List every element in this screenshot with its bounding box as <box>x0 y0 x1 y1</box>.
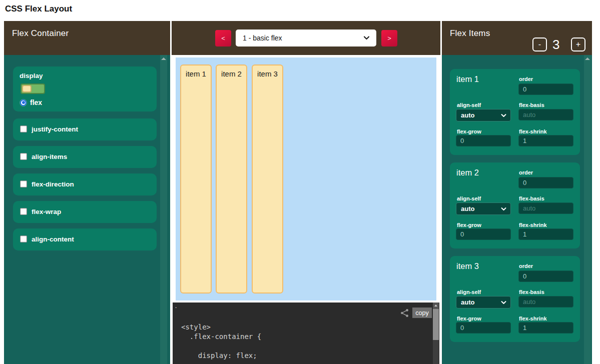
code-block: <style> .flex-container { display: flex; <box>181 322 261 360</box>
order-label: order <box>519 76 533 82</box>
demo-selector-header: < 1 - basic flex > <box>172 21 440 55</box>
demo-select-wrap: 1 - basic flex <box>236 30 376 46</box>
justify-content-label: justify-content <box>32 126 78 133</box>
display-label: display <box>20 72 43 80</box>
align-self-label: align-self <box>457 289 481 295</box>
left-panel-scrollbar[interactable] <box>160 55 167 364</box>
scroll-up-arrow-icon[interactable] <box>585 58 590 60</box>
flex-shrink-input[interactable] <box>518 322 573 334</box>
display-card: display flex <box>13 66 157 112</box>
align-self-label: align-self <box>457 102 481 108</box>
code-scrollbar[interactable] <box>433 302 439 364</box>
align-content-label: align-content <box>32 236 74 243</box>
align-self-label: align-self <box>457 196 481 202</box>
flex-basis-label: flex-basis <box>519 102 544 108</box>
flex-items-body: item 1 order align-self auto flex-basis … <box>442 55 592 364</box>
flex-container-header: Flex Container <box>4 21 170 55</box>
align-content-checkbox[interactable] <box>20 236 27 242</box>
flex-grow-label: flex-grow <box>457 128 481 134</box>
align-items-card: align-items <box>13 146 157 168</box>
align-self-select[interactable]: auto <box>456 296 511 308</box>
copy-button[interactable]: copy <box>412 308 432 318</box>
align-items-checkbox[interactable] <box>20 153 27 160</box>
toggle-knob[interactable] <box>22 85 32 92</box>
display-flex-radio-row: flex <box>20 98 42 106</box>
flex-grow-label: flex-grow <box>457 222 481 228</box>
display-toggle[interactable] <box>21 84 45 94</box>
code-scrollbar-thumb[interactable] <box>433 309 439 340</box>
item-3-card: item 3 order align-self auto flex-basis … <box>450 256 580 342</box>
flex-basis-input[interactable] <box>518 202 573 214</box>
item-count: 3 <box>552 37 559 52</box>
order-input[interactable] <box>518 177 573 188</box>
align-self-select-wrap: auto <box>456 109 511 122</box>
flex-basis-input[interactable] <box>518 109 573 120</box>
flex-radio-label: flex <box>30 98 42 106</box>
order-input[interactable] <box>518 270 573 282</box>
code-line: display: flex; <box>181 352 257 360</box>
justify-content-card: justify-content <box>13 118 157 140</box>
flex-items-title: Flex Items <box>450 28 490 38</box>
prev-demo-button[interactable]: < <box>215 30 231 46</box>
flex-shrink-label: flex-shrink <box>519 128 547 134</box>
flex-wrap-card: flex-wrap <box>13 201 157 223</box>
code-line: .flex-container { <box>181 332 261 340</box>
flex-basis-label: flex-basis <box>519 289 544 295</box>
flex-direction-card: flex-direction <box>13 174 157 196</box>
item-name: item 2 <box>456 168 479 178</box>
preview-panel: < 1 - basic flex > item 1 item 2 item 3 … <box>172 21 440 364</box>
align-self-select[interactable]: auto <box>456 109 511 122</box>
flex-basis-label: flex-basis <box>519 196 544 202</box>
align-self-select-wrap: auto <box>456 296 511 308</box>
order-input[interactable] <box>518 84 573 95</box>
item-name: item 3 <box>456 262 479 271</box>
code-line: <style> <box>181 323 211 331</box>
demo-flex-item-1: item 1 <box>180 64 212 294</box>
remove-item-button[interactable]: - <box>532 38 547 52</box>
flex-direction-checkbox[interactable] <box>20 180 27 188</box>
scroll-up-arrow-icon[interactable] <box>433 302 439 309</box>
share-icon[interactable] <box>400 308 409 318</box>
align-self-select[interactable]: auto <box>456 202 511 215</box>
right-panel-scrollbar[interactable] <box>584 55 591 364</box>
demo-flex-item-2: item 2 <box>216 64 247 294</box>
flex-basis-input[interactable] <box>518 296 573 308</box>
flex-container-panel: Flex Container display flex justify-cont… <box>4 21 170 364</box>
flex-shrink-label: flex-shrink <box>519 316 547 322</box>
demo-select[interactable]: 1 - basic flex <box>236 30 376 46</box>
code-viewer: . copy <style> .flex-container { display… <box>173 302 439 364</box>
flex-container-title: Flex Container <box>12 28 69 38</box>
justify-content-checkbox[interactable] <box>20 126 27 132</box>
flex-shrink-input[interactable] <box>518 228 573 240</box>
flex-wrap-label: flex-wrap <box>32 208 61 216</box>
item-1-card: item 1 order align-self auto flex-basis … <box>450 69 580 155</box>
flex-grow-input[interactable] <box>456 135 511 146</box>
flex-grow-input[interactable] <box>456 322 511 334</box>
flex-items-header: Flex Items - 3 + <box>442 21 592 55</box>
flex-demo-container: item 1 item 2 item 3 <box>176 58 436 300</box>
flex-radio[interactable] <box>20 100 27 106</box>
next-demo-button[interactable]: > <box>381 30 397 46</box>
align-content-card: align-content <box>13 228 157 250</box>
scroll-up-arrow-icon[interactable] <box>161 58 166 60</box>
align-items-label: align-items <box>32 153 67 160</box>
page-title: CSS Flex Layout <box>5 4 72 14</box>
add-item-button[interactable]: + <box>571 38 585 52</box>
flex-items-panel: Flex Items - 3 + item 1 order align-self… <box>442 21 592 364</box>
flex-direction-label: flex-direction <box>32 180 74 188</box>
flex-grow-input[interactable] <box>456 228 511 240</box>
code-dot: . <box>175 302 177 310</box>
demo-flex-item-3: item 3 <box>252 64 283 294</box>
app-root: CSS Flex Layout Flex Container display f… <box>0 0 600 364</box>
flex-shrink-input[interactable] <box>518 135 573 146</box>
order-label: order <box>519 170 533 176</box>
item-name: item 1 <box>456 74 479 84</box>
flex-wrap-checkbox[interactable] <box>20 208 27 215</box>
flex-container-body: display flex justify-content align-items <box>4 55 170 364</box>
item-2-card: item 2 order align-self auto flex-basis … <box>450 162 580 248</box>
align-self-select-wrap: auto <box>456 202 511 215</box>
flex-grow-label: flex-grow <box>457 316 481 322</box>
flex-shrink-label: flex-shrink <box>519 222 547 228</box>
order-label: order <box>519 263 533 269</box>
